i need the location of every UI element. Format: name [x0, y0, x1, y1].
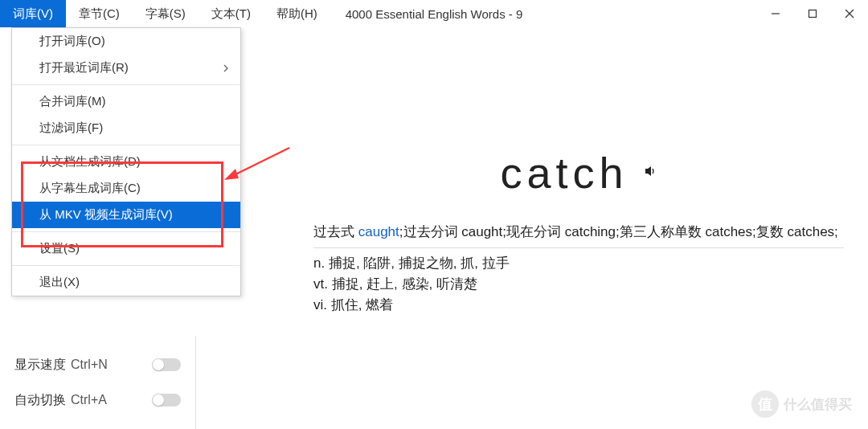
menubar: 词库(V) 章节(C) 字幕(S) 文本(T) 帮助(H) [0, 0, 330, 27]
speed-toggle[interactable] [152, 358, 181, 371]
dropdown-open-vocab[interactable]: 打开词库(O) [12, 28, 240, 55]
speaker-icon[interactable] [643, 164, 657, 182]
word-forms: 过去式 caught;过去分词 caught;现在分词 catching;第三人… [313, 222, 844, 243]
sidebar-controls: 显示速度 Ctrl+N 自动切换 Ctrl+A [0, 336, 196, 429]
dropdown-from-doc[interactable]: 从文档生成词库(D) [12, 149, 240, 175]
dropdown-item-label: 从文档生成词库(D) [39, 154, 141, 170]
minimize-icon [771, 9, 780, 18]
watermark-text: 什么值得买 [784, 395, 852, 414]
svg-rect-1 [809, 10, 817, 18]
dropdown-item-label: 从字幕生成词库(C) [39, 181, 141, 196]
watermark: 值 什么值得买 [751, 390, 852, 418]
dropdown-open-recent[interactable]: 打开最近词库(R) [12, 55, 240, 81]
word-forms-link[interactable]: caught [358, 224, 399, 239]
dropdown-item-label: 退出(X) [39, 275, 80, 290]
window-title: 4000 Essential English Words - 9 [346, 7, 523, 21]
dropdown-item-label: 合并词库(M) [39, 94, 106, 109]
dropdown-merge-vocab[interactable]: 合并词库(M) [12, 88, 240, 115]
word-headword: catch [500, 148, 628, 198]
dropdown-separator [12, 265, 240, 266]
word-display: catch 过去式 caught;过去分词 caught;现在分词 catchi… [313, 148, 844, 316]
dropdown-from-subtitle[interactable]: 从字幕生成词库(C) [12, 175, 240, 202]
menu-vocabulary[interactable]: 词库(V) [0, 0, 66, 27]
vocabulary-dropdown: 打开词库(O) 打开最近词库(R) 合并词库(M) 过滤词库(F) 从文档生成词… [11, 27, 241, 296]
autoswitch-toggle[interactable] [152, 394, 181, 407]
dropdown-item-label: 打开最近词库(R) [39, 60, 129, 76]
dropdown-separator [12, 145, 240, 145]
word-definitions: n. 捕捉, 陷阱, 捕捉之物, 抓, 拉手 vt. 捕捉, 赶上, 感染, 听… [313, 253, 844, 316]
word-def-line: vt. 捕捉, 赶上, 感染, 听清楚 [313, 274, 844, 295]
control-label: 自动切换 [14, 392, 71, 409]
dropdown-exit[interactable]: 退出(X) [12, 269, 240, 296]
minimize-button[interactable] [757, 0, 794, 27]
dropdown-item-label: 打开词库(O) [39, 34, 105, 49]
dropdown-filter-vocab[interactable]: 过滤词库(F) [12, 115, 240, 141]
menu-subtitle[interactable]: 字幕(S) [133, 0, 199, 27]
chevron-right-icon [223, 61, 229, 75]
menu-help[interactable]: 帮助(H) [264, 0, 330, 27]
word-def-line: vi. 抓住, 燃着 [313, 295, 844, 316]
control-shortcut: Ctrl+A [71, 393, 129, 407]
close-button[interactable] [831, 0, 868, 27]
dropdown-item-label: 从 MKV 视频生成词库(V) [39, 207, 173, 223]
dropdown-item-label: 设置(S) [39, 241, 80, 256]
dropdown-item-label: 过滤词库(F) [39, 121, 103, 136]
dropdown-from-mkv[interactable]: 从 MKV 视频生成词库(V) [12, 202, 240, 228]
control-speed-row: 显示速度 Ctrl+N [14, 347, 181, 382]
dropdown-settings[interactable]: 设置(S) [12, 235, 240, 262]
control-shortcut: Ctrl+N [71, 358, 129, 372]
maximize-icon [808, 9, 817, 18]
word-divider [313, 247, 844, 248]
control-autoswitch-row: 自动切换 Ctrl+A [14, 382, 181, 418]
watermark-badge: 值 [751, 390, 779, 418]
word-def-line: n. 捕捉, 陷阱, 捕捉之物, 抓, 拉手 [313, 253, 844, 274]
titlebar: 词库(V) 章节(C) 字幕(S) 文本(T) 帮助(H) 4000 Essen… [0, 0, 868, 27]
word-forms-rest: ;过去分词 caught;现在分词 catching;第三人称单数 catche… [399, 224, 838, 239]
menu-text[interactable]: 文本(T) [199, 0, 264, 27]
control-label: 显示速度 [14, 357, 71, 374]
menu-chapter[interactable]: 章节(C) [66, 0, 133, 27]
word-forms-prefix: 过去式 [313, 224, 358, 239]
word-main-row: catch [313, 148, 844, 198]
dropdown-separator [12, 84, 240, 85]
maximize-button[interactable] [794, 0, 831, 27]
window-controls [757, 0, 868, 27]
close-icon [845, 9, 854, 18]
dropdown-separator [12, 231, 240, 232]
